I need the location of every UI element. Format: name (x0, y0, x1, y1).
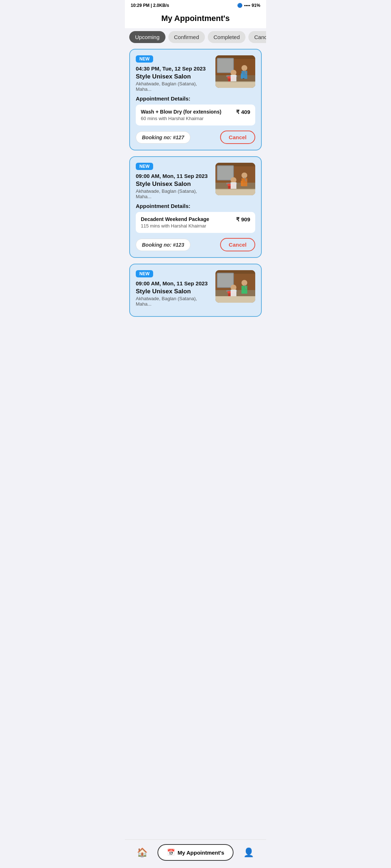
svg-rect-31 (231, 182, 236, 189)
salon-address-2: Akhatwade, Baglan (Satana), Maha... (136, 188, 211, 199)
svg-rect-15 (241, 73, 243, 78)
service-duration-2: 115 mins with Harshal Khairnar (141, 223, 209, 229)
card-info-3: NEW 09:00 AM, Mon, 11 Sep 2023 Style Uni… (136, 270, 211, 310)
datetime-2: 09:00 AM, Mon, 11 Sep 2023 (136, 173, 211, 179)
page-title: My Appointment's (125, 10, 266, 28)
card-top-2: NEW 09:00 AM, Mon, 11 Sep 2023 Style Uni… (136, 163, 255, 203)
new-badge-3: NEW (136, 270, 153, 277)
profile-icon: 👤 (243, 847, 254, 858)
card-footer-1: Booking no: #127 Cancel (136, 131, 255, 144)
battery-text: 91% (252, 3, 260, 8)
svg-rect-34 (241, 181, 243, 186)
salon-name-1: Style Unisex Salon (136, 73, 211, 80)
bluetooth-icon: 🔵 (237, 3, 243, 8)
booking-no-2: Booking no: #123 (136, 239, 190, 251)
details-label-1: Appointment Details: (136, 95, 255, 102)
tab-upcoming[interactable]: Upcoming (129, 31, 165, 43)
booking-no-1: Booking no: #127 (136, 131, 190, 144)
svg-rect-36 (215, 189, 255, 195)
svg-rect-41 (217, 273, 234, 288)
tab-cancelled[interactable]: Cancelled (248, 31, 266, 43)
time-text: 10:29 PM | 2.0KB/s (131, 3, 169, 8)
new-badge-2: NEW (136, 163, 153, 170)
cancel-button-1[interactable]: Cancel (220, 131, 255, 144)
details-label-2: Appointment Details: (136, 203, 255, 209)
svg-point-46 (231, 285, 236, 290)
card-info-1: NEW 04:30 PM, Tue, 12 Sep 2023 Style Uni… (136, 55, 211, 95)
svg-rect-47 (231, 290, 236, 296)
salon-image-1 (215, 55, 255, 88)
svg-rect-49 (241, 286, 247, 294)
svg-rect-4 (217, 58, 234, 73)
home-nav-item[interactable]: 🏠 (137, 847, 148, 858)
svg-rect-12 (231, 75, 236, 81)
bottom-nav: 🏠 📅 My Appointment's 👤 (125, 839, 266, 868)
service-name-2: Decadent Weekend Package (141, 216, 209, 222)
service-box-1: Wash + Blow Dry (for extensions) 60 mins… (136, 105, 255, 125)
card-top-3: NEW 09:00 AM, Mon, 11 Sep 2023 Style Uni… (136, 270, 255, 310)
appointment-card-2: NEW 09:00 AM, Mon, 11 Sep 2023 Style Uni… (129, 156, 262, 258)
salon-address-1: Akhatwade, Baglan (Satana), Maha... (136, 81, 211, 92)
appointment-card-1: NEW 04:30 PM, Tue, 12 Sep 2023 Style Uni… (129, 49, 262, 150)
appointment-card-3: NEW 09:00 AM, Mon, 11 Sep 2023 Style Uni… (129, 264, 262, 317)
service-price-2: ₹ 909 (236, 216, 250, 223)
svg-rect-51 (215, 296, 255, 303)
card-footer-2: Booking no: #123 Cancel (136, 238, 255, 251)
svg-point-11 (231, 70, 236, 76)
calendar-icon: 📅 (167, 848, 175, 856)
tab-confirmed[interactable]: Confirmed (168, 31, 205, 43)
status-right: 🔵 ▪▪▪▪ 91% (237, 3, 260, 8)
title-text: My Appointment's (161, 14, 230, 23)
tab-bar: Upcoming Confirmed Completed Cancelled (125, 28, 266, 47)
salon-image-3 (215, 270, 255, 303)
tab-completed[interactable]: Completed (208, 31, 246, 43)
svg-point-13 (241, 65, 247, 71)
salon-name-3: Style Unisex Salon (136, 288, 211, 295)
svg-rect-18 (215, 81, 255, 88)
svg-point-32 (241, 173, 247, 178)
datetime-3: 09:00 AM, Mon, 11 Sep 2023 (136, 280, 211, 286)
my-appointments-nav-button[interactable]: 📅 My Appointment's (157, 844, 234, 861)
salon-image-2 (215, 163, 255, 195)
svg-rect-16 (243, 78, 244, 79)
status-bar: 10:29 PM | 2.0KB/s 🔵 ▪▪▪▪ 91% (125, 0, 266, 10)
service-name-1: Wash + Blow Dry (for extensions) (141, 109, 221, 115)
cancel-button-2[interactable]: Cancel (220, 238, 255, 251)
card-top-1: NEW 04:30 PM, Tue, 12 Sep 2023 Style Uni… (136, 55, 255, 95)
svg-rect-23 (217, 166, 234, 180)
service-box-2: Decadent Weekend Package 115 mins with H… (136, 212, 255, 233)
appointments-list: NEW 04:30 PM, Tue, 12 Sep 2023 Style Uni… (125, 47, 266, 353)
service-duration-1: 60 mins with Harshal Khairnar (141, 116, 221, 121)
signal-icon: ▪▪▪▪ (244, 3, 250, 8)
svg-point-48 (241, 280, 247, 286)
status-time: 10:29 PM | 2.0KB/s (131, 3, 169, 8)
service-price-1: ₹ 409 (236, 109, 250, 115)
home-icon: 🏠 (137, 847, 148, 858)
profile-nav-item[interactable]: 👤 (243, 847, 254, 858)
svg-rect-37 (215, 189, 255, 190)
svg-point-30 (231, 177, 236, 183)
card-info-2: NEW 09:00 AM, Mon, 11 Sep 2023 Style Uni… (136, 163, 211, 203)
my-appointments-nav-label: My Appointment's (178, 850, 224, 856)
salon-address-3: Akhatwade, Baglan (Satana), Maha... (136, 296, 211, 307)
salon-name-2: Style Unisex Salon (136, 180, 211, 188)
new-badge-1: NEW (136, 55, 153, 63)
datetime-1: 04:30 PM, Tue, 12 Sep 2023 (136, 65, 211, 72)
svg-rect-19 (215, 81, 255, 82)
